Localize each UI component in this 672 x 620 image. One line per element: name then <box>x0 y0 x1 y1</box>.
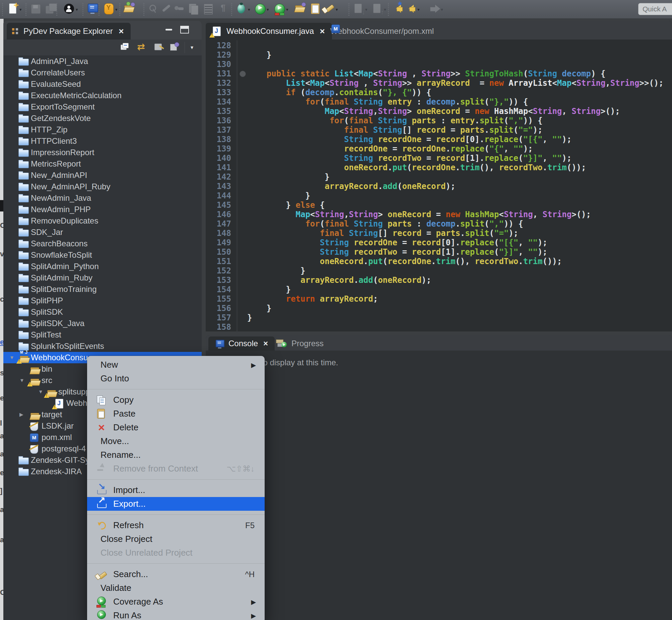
forward-icon[interactable]: ▾ <box>428 2 443 17</box>
minimize-button[interactable] <box>166 29 172 31</box>
code-line[interactable]: 146 Map<String,String> oneRecord = new H… <box>206 210 672 219</box>
menu-item-import[interactable]: ↘Import... <box>87 483 265 497</box>
import-folder-icon[interactable] <box>123 2 136 17</box>
clipboard-icon[interactable] <box>308 2 322 17</box>
menu-item-close-project[interactable]: Close Project <box>87 532 265 546</box>
collapse-all-icon[interactable] <box>120 41 132 53</box>
tree-item[interactable]: SearchBeacons <box>3 238 202 249</box>
tree-item[interactable]: AdminAPI_Java <box>3 56 202 67</box>
mark-icon[interactable] <box>160 2 173 17</box>
menu-item-refresh[interactable]: RefreshF5 <box>87 518 265 532</box>
tree-item[interactable]: SplitAdmin_Ruby <box>3 272 202 283</box>
close-icon[interactable] <box>117 26 126 37</box>
close-icon[interactable] <box>261 339 270 348</box>
pydev-package-icon[interactable]: Y▾ <box>102 2 118 17</box>
chevron-right-icon[interactable]: ▶ <box>19 409 23 420</box>
chevron-down-icon[interactable]: ▼ <box>38 386 43 398</box>
view-menu-chevron-icon[interactable]: ▾ <box>184 42 199 53</box>
new-wizard-icon[interactable]: +▾ <box>6 2 22 17</box>
code-line[interactable]: 141 oneRecord.put(recordOne.trim(), reco… <box>206 163 672 172</box>
gutter-marker-icon[interactable] <box>239 71 246 77</box>
code-line[interactable]: 133 if (decomp.contains("}, {")) { <box>206 88 672 97</box>
tree-item[interactable]: ExportToSegment <box>3 101 202 113</box>
tree-item[interactable]: CorrelateUsers <box>3 67 202 79</box>
code-editor[interactable]: 128129 }130131 public static List<Map<St… <box>206 40 672 331</box>
chevron-down-icon[interactable]: ▼ <box>19 375 24 386</box>
menu-item-close-unrelated-project[interactable]: Close Unrelated Project <box>87 546 265 560</box>
tree-item[interactable]: SplitTest <box>3 329 202 341</box>
tree-item[interactable]: ImpressionReport <box>3 147 202 158</box>
tree-item[interactable]: SDK_Jar <box>3 226 202 238</box>
menu-item-coverage-as[interactable]: ▶Coverage As▶ <box>87 595 265 609</box>
code-line[interactable]: 148 final String[] record = parts.split(… <box>206 228 672 238</box>
tree-item[interactable]: New_AdminAPI <box>3 169 202 181</box>
tab-pom-xml[interactable]: M WebhookConsumer/pom.xml <box>325 23 439 40</box>
menu-item-validate[interactable]: Validate <box>87 581 265 595</box>
run-icon[interactable]: ▶▾ <box>253 2 269 17</box>
code-line[interactable]: 136 for(final String parts : entry.split… <box>206 116 672 125</box>
code-line[interactable]: 158 <box>206 322 672 331</box>
code-line[interactable]: 132 List<Map<String , String>> arrayReco… <box>206 79 672 88</box>
tree-item[interactable]: NewAdmin_Java <box>3 192 202 204</box>
code-line[interactable]: 131 public static List<Map<String , Stri… <box>206 69 672 79</box>
menu-item-export[interactable]: ↗Export... <box>87 497 265 511</box>
quick-access-box[interactable]: Quick A <box>638 3 672 15</box>
code-line[interactable]: 140 String recordTwo = record[1].replace… <box>206 154 672 163</box>
code-line[interactable]: 135 Map<String,String> oneRecord = new H… <box>206 107 672 116</box>
grid-icon[interactable] <box>201 2 214 17</box>
maximize-button[interactable] <box>180 26 189 34</box>
doc-down-icon[interactable]: ↓▾ <box>352 2 368 17</box>
code-line[interactable]: 143 arrayRecord.add(oneRecord); <box>206 182 672 191</box>
tree-item[interactable]: MetricsReport <box>3 158 202 169</box>
menu-item-rename[interactable]: Rename... <box>87 448 265 462</box>
save-icon[interactable] <box>29 2 42 17</box>
tree-item[interactable]: New_AdminAPI_Ruby <box>3 181 202 192</box>
code-line[interactable]: 145 } else { <box>206 200 672 210</box>
tree-item[interactable]: ExecuteMetricCalculation <box>3 90 202 101</box>
tree-item[interactable]: SplitDemoTraining <box>3 283 202 295</box>
tree-item[interactable]: SplunkToSplitEvents <box>3 341 202 352</box>
code-line[interactable]: 130 <box>206 60 672 69</box>
open-folder-icon[interactable] <box>293 2 307 17</box>
focus-view-icon[interactable] <box>153 41 165 53</box>
menu-item-search[interactable]: Search...^H <box>87 567 265 581</box>
tree-item[interactable]: RemoveDuplicates <box>3 215 202 226</box>
code-line[interactable]: 128 <box>206 41 672 50</box>
menu-item-delete[interactable]: ×Delete <box>87 421 265 434</box>
code-line[interactable]: 152 } <box>206 266 672 275</box>
menu-item-run-as[interactable]: ▶Run As▶ <box>87 609 265 620</box>
menu-item-paste[interactable]: Paste <box>87 407 265 421</box>
code-line[interactable]: 150 String recordTwo = record[1].replace… <box>206 247 672 257</box>
tab-console[interactable]: Console <box>208 337 275 351</box>
code-line[interactable]: 149 String recordOne = record[0].replace… <box>206 238 672 247</box>
code-line[interactable]: 137 final String[] record = parts.split(… <box>206 125 672 135</box>
code-line[interactable]: 147 for(final String parts : decomp.spli… <box>206 219 672 228</box>
code-line[interactable]: 144 } <box>206 191 672 200</box>
console-view-icon[interactable] <box>86 2 99 17</box>
code-line[interactable]: 138 String recordOne = record[0].replace… <box>206 135 672 144</box>
tree-item[interactable]: HTTPClient3 <box>3 136 202 147</box>
clip-icon[interactable] <box>146 2 160 17</box>
menu-item-move[interactable]: Move... <box>87 434 265 448</box>
tree-item[interactable]: SplitAdmin_Python <box>3 261 202 272</box>
chevron-down-icon[interactable]: ▼ <box>9 352 14 363</box>
profile-icon[interactable]: ▾ <box>62 2 78 17</box>
tree-item[interactable]: EvaluateSeed <box>3 79 202 90</box>
tool-icon[interactable] <box>172 2 185 17</box>
package-presentation-icon[interactable] <box>168 41 180 53</box>
code-line[interactable]: 153 arrayRecord.add(oneRecord); <box>206 275 672 285</box>
back-icon[interactable]: ▾ <box>404 2 420 17</box>
save-all-icon[interactable] <box>44 2 58 17</box>
tree-item[interactable]: SnowflakeToSplit <box>3 249 202 261</box>
back-star-icon[interactable]: * <box>391 2 405 17</box>
tab-progress[interactable]: ▶ Progress <box>271 337 328 351</box>
code-line[interactable]: 155 return arrayRecord; <box>206 294 672 304</box>
doc-up-icon[interactable]: ↑▾ <box>371 2 386 17</box>
doc-copy-icon[interactable] <box>186 2 200 17</box>
tab-pydev-package-explorer[interactable]: PyDev Package Explorer <box>7 23 131 40</box>
tree-item[interactable]: GetZendeskVote <box>3 113 202 124</box>
debug-icon[interactable]: ▾ <box>234 2 250 17</box>
tree-item[interactable]: NewAdmin_PHP <box>3 204 202 215</box>
code-line[interactable]: 151 oneRecord.put(recordOne.trim(), reco… <box>206 257 672 266</box>
code-line[interactable]: 129 } <box>206 50 672 60</box>
